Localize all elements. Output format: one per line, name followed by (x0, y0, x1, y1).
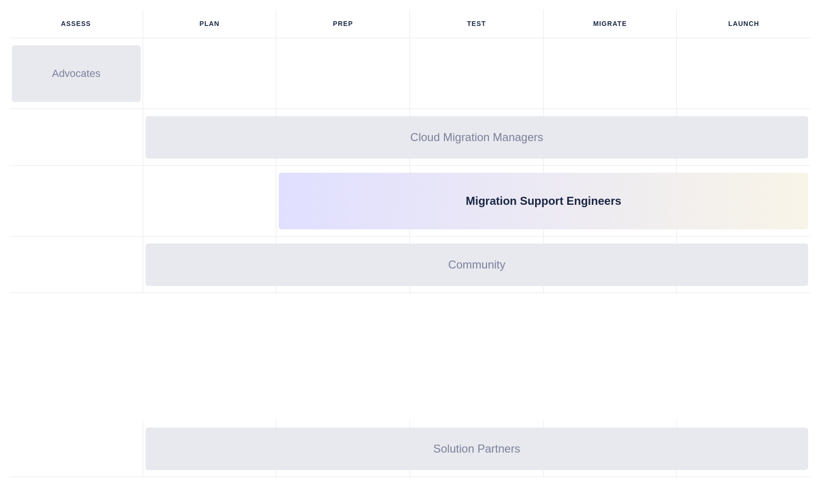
header-assess: ASSESS (9, 9, 143, 38)
solution-partners-label: Solution Partners (433, 442, 520, 455)
migration-support-block: Migration Support Engineers (279, 173, 808, 229)
header-row: ASSESS PLAN PREP TEST MIGRATE LAUNCH (9, 9, 811, 38)
cloud-row-wrapper: Cloud Migration Managers (9, 109, 811, 166)
migration-support-label: Migration Support Engineers (466, 194, 621, 208)
sep-cell-4 (9, 357, 811, 378)
cloud-cell-1 (9, 109, 143, 166)
community-row-wrapper: Community (9, 236, 811, 293)
header-launch: LAUNCH (677, 9, 811, 38)
migration-row-wrapper: Migration Support Engineers (9, 166, 811, 236)
header-prep: PREP (276, 9, 410, 38)
cloud-migration-label: Cloud Migration Managers (410, 131, 543, 144)
solution-row-wrapper: Solution Partners (9, 420, 811, 477)
advocates-cell-3 (276, 38, 410, 109)
solution-partners-block: Solution Partners (145, 428, 808, 470)
advocates-cell-6 (677, 38, 811, 109)
advocates-row-wrapper: Advocates (9, 38, 811, 109)
migration-cell-2 (143, 166, 277, 236)
header-test: TEST (410, 9, 544, 38)
gantt-chart: ASSESS PLAN PREP TEST MIGRATE LAUNCH Adv… (9, 9, 811, 504)
sep-cell-6 (9, 399, 811, 420)
community-block: Community (145, 244, 808, 286)
grid-body: Advocates Cloud Migration Managers (9, 38, 811, 504)
header-migrate: MIGRATE (544, 9, 677, 38)
sep-cell-3 (9, 336, 811, 357)
sep-cell-1 (9, 293, 811, 314)
advocates-cell-4 (410, 38, 544, 109)
sep-cell-5 (9, 378, 811, 399)
advocates-cell-2 (143, 38, 277, 109)
advocates-cell-5 (544, 38, 677, 109)
community-label: Community (448, 258, 505, 271)
header-plan: PLAN (143, 9, 277, 38)
migration-cell-1 (9, 166, 143, 236)
bottom-row (9, 477, 811, 504)
community-cell-1 (9, 236, 143, 293)
advocates-block: Advocates (12, 45, 141, 102)
solution-cell-1 (9, 420, 143, 477)
cloud-migration-block: Cloud Migration Managers (145, 116, 808, 159)
separator-row (9, 293, 811, 420)
advocates-label: Advocates (52, 67, 101, 80)
bottom-cell-1 (9, 477, 811, 503)
sep-cell-2 (9, 314, 811, 336)
